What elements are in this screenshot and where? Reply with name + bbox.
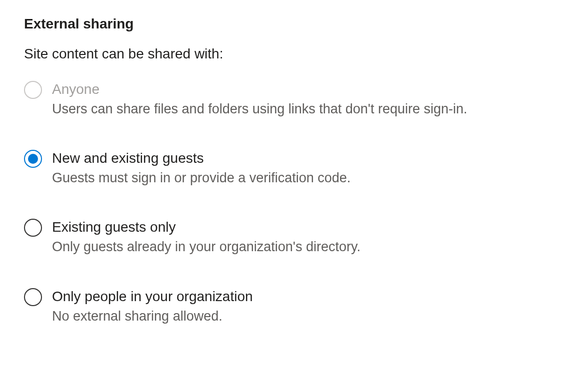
radio-icon [24, 288, 42, 306]
radio-description: Users can share files and folders using … [52, 100, 468, 118]
radio-description: Only guests already in your organization… [52, 238, 360, 256]
radio-label: Anyone [52, 80, 468, 99]
radio-icon [24, 150, 42, 168]
radio-icon [24, 219, 42, 237]
radio-text-container: Anyone Users can share files and folders… [52, 80, 468, 118]
radio-label: Existing guests only [52, 218, 360, 237]
radio-text-container: Existing guests only Only guests already… [52, 218, 360, 256]
radio-option-anyone[interactable]: Anyone Users can share files and folders… [24, 80, 546, 118]
radio-description: Guests must sign in or provide a verific… [52, 169, 350, 187]
radio-label: New and existing guests [52, 149, 350, 168]
radio-description: No external sharing allowed. [52, 307, 253, 325]
radio-label: Only people in your organization [52, 287, 253, 306]
radio-text-container: New and existing guests Guests must sign… [52, 149, 350, 187]
section-subtitle: Site content can be shared with: [24, 46, 546, 62]
radio-option-new-existing-guests[interactable]: New and existing guests Guests must sign… [24, 149, 546, 187]
radio-icon [24, 81, 42, 99]
radio-option-organization-only[interactable]: Only people in your organization No exte… [24, 287, 546, 325]
section-title: External sharing [24, 16, 546, 32]
radio-option-existing-guests[interactable]: Existing guests only Only guests already… [24, 218, 546, 256]
sharing-radio-group: Anyone Users can share files and folders… [24, 80, 546, 325]
radio-text-container: Only people in your organization No exte… [52, 287, 253, 325]
